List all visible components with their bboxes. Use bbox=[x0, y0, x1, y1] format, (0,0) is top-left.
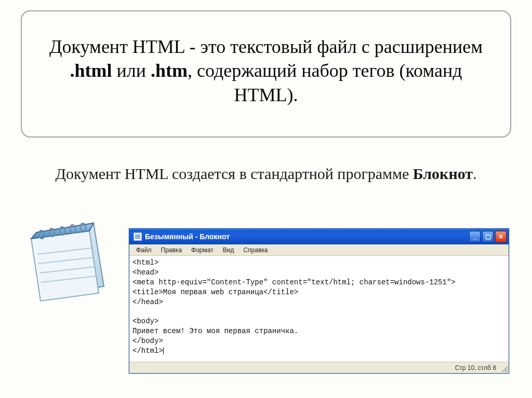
menu-view[interactable]: Вид bbox=[218, 245, 239, 255]
definition-box: Документ HTML - это текстовый файл с рас… bbox=[21, 10, 511, 138]
titlebar[interactable]: Безымянный - Блокнот _ ▢ ✕ bbox=[129, 229, 509, 244]
menu-edit[interactable]: Правка bbox=[156, 245, 187, 255]
status-caret-pos: Стр 10, стлб 8 bbox=[455, 364, 496, 372]
mid-part1: Документ HTML создается в стандартной пр… bbox=[55, 165, 413, 182]
menu-format[interactable]: Формат bbox=[187, 245, 218, 255]
statusbar: Стр 10, стлб 8 bbox=[129, 362, 509, 373]
middle-paragraph: Документ HTML создается в стандартной пр… bbox=[21, 163, 511, 184]
minimize-icon: _ bbox=[473, 233, 477, 240]
close-button[interactable]: ✕ bbox=[495, 231, 507, 242]
titlebar-app-icon bbox=[134, 232, 142, 241]
def-bold1: .html bbox=[70, 60, 112, 81]
resize-grip-icon[interactable] bbox=[500, 365, 508, 372]
mid-part2: . bbox=[473, 165, 477, 182]
menu-file[interactable]: Файл bbox=[131, 245, 156, 255]
minimize-button[interactable]: _ bbox=[469, 231, 481, 242]
menu-help[interactable]: Справка bbox=[238, 245, 272, 255]
definition-text: Документ HTML - это текстовый файл с рас… bbox=[36, 35, 496, 106]
def-bold2: .htm bbox=[151, 60, 188, 81]
notepad-window: Безымянный - Блокнот _ ▢ ✕ Файл Правка Ф… bbox=[129, 228, 509, 374]
menubar: Файл Правка Формат Вид Справка bbox=[129, 244, 509, 256]
def-part3: , содержащий набор тегов (команд HTML). bbox=[188, 60, 462, 105]
def-part1: Документ HTML - это текстовый файл с рас… bbox=[49, 36, 483, 57]
caption-buttons: _ ▢ ✕ bbox=[469, 231, 507, 242]
def-part2: или bbox=[112, 60, 151, 81]
mid-bold1: Блокнот bbox=[413, 165, 473, 182]
window-title: Безымянный - Блокнот bbox=[145, 232, 469, 241]
notepad-icon bbox=[16, 208, 119, 311]
editor-area[interactable]: <html> <head> <meta http-equiv="Content-… bbox=[129, 256, 509, 362]
maximize-icon: ▢ bbox=[485, 233, 491, 240]
close-icon: ✕ bbox=[498, 233, 503, 240]
maximize-button[interactable]: ▢ bbox=[482, 231, 494, 242]
